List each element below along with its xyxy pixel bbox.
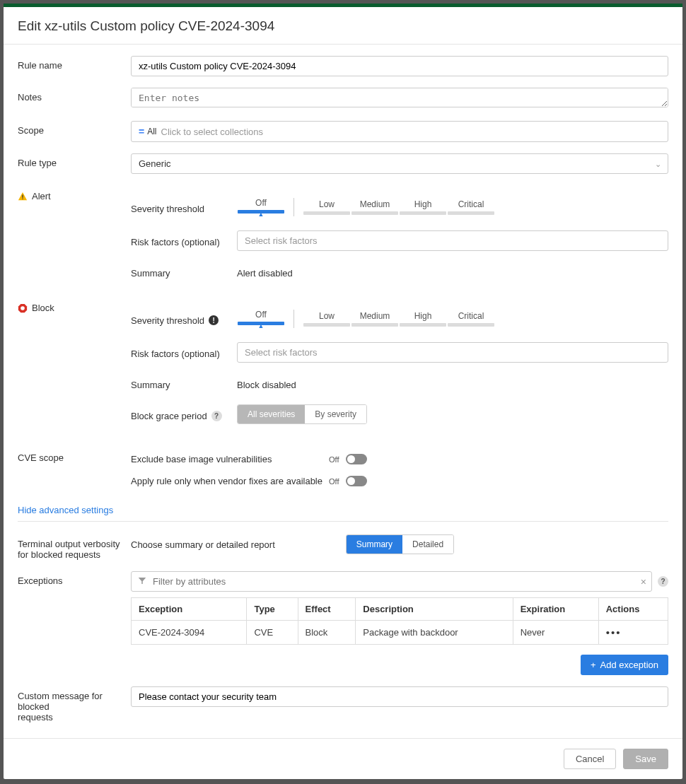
block-section-label: Block xyxy=(18,303,131,313)
col-description: Description xyxy=(356,598,513,621)
hide-advanced-link[interactable]: Hide advanced settings xyxy=(18,505,113,521)
custom-message-label: Custom message for blocked requests xyxy=(18,686,131,722)
scope-selector[interactable]: =All Click to select collections xyxy=(131,121,668,142)
svg-point-4 xyxy=(21,306,25,310)
scope-placeholder: Click to select collections xyxy=(161,127,264,137)
alert-summary-text: Alert disabled xyxy=(237,265,293,279)
grace-period-segmented[interactable]: All severities By severity xyxy=(237,404,367,424)
vendor-fixes-toggle[interactable] xyxy=(346,476,367,486)
plus-icon: + xyxy=(591,660,596,670)
custom-message-input[interactable] xyxy=(131,686,668,707)
vendor-fixes-label: Apply rule only when vendor fixes are av… xyxy=(131,476,329,486)
scope-all-text: All xyxy=(147,127,156,136)
exceptions-filter-input[interactable] xyxy=(131,571,652,592)
block-risk-label: Risk factors (optional) xyxy=(131,346,237,359)
detailed-button[interactable]: Detailed xyxy=(402,535,453,554)
help-icon[interactable]: ? xyxy=(658,576,668,587)
clear-filter-button[interactable]: × xyxy=(641,576,646,587)
col-expiration: Expiration xyxy=(513,598,598,621)
alert-severity-selector[interactable]: Off▲ Low Medium High Critical xyxy=(237,198,495,216)
block-icon xyxy=(18,303,28,313)
add-exception-button[interactable]: + Add exception xyxy=(581,655,668,675)
terminal-output-label: Terminal output verbosity for blocked re… xyxy=(18,534,131,560)
rule-type-label: Rule type xyxy=(18,153,131,168)
equals-icon: = xyxy=(139,126,144,137)
svg-rect-1 xyxy=(22,194,23,197)
cve-scope-label: CVE scope xyxy=(18,448,131,463)
notes-label: Notes xyxy=(18,88,131,103)
alert-severity-label: Severity threshold xyxy=(131,201,237,214)
table-row: CVE-2024-3094 CVE Block Package with bac… xyxy=(132,621,668,645)
rule-name-label: Rule name xyxy=(18,56,131,71)
exceptions-table: Exception Type Effect Description Expira… xyxy=(131,597,668,645)
terminal-output-segmented[interactable]: Summary Detailed xyxy=(346,534,454,554)
scope-label: Scope xyxy=(18,121,131,136)
alert-risk-input[interactable] xyxy=(237,230,668,251)
modal-footer: Cancel Save xyxy=(4,738,682,779)
block-risk-input[interactable] xyxy=(237,342,668,363)
info-icon[interactable]: ! xyxy=(209,315,219,325)
terminal-sub-label: Choose summary or detailed report xyxy=(131,539,275,550)
block-severity-selector[interactable]: Off▲ Low Medium High Critical xyxy=(237,310,495,328)
page-title: Edit xz-utils Custom policy CVE-2024-309… xyxy=(18,18,668,34)
alert-icon xyxy=(18,192,28,201)
save-button[interactable]: Save xyxy=(623,749,668,769)
grace-all-severities-button[interactable]: All severities xyxy=(238,405,305,423)
exceptions-label: Exceptions xyxy=(18,571,131,586)
modal-header: Edit xz-utils Custom policy CVE-2024-309… xyxy=(4,7,682,45)
alert-risk-label: Risk factors (optional) xyxy=(131,234,237,247)
block-severity-label: Severity threshold ! xyxy=(131,312,237,326)
block-grace-label: Block grace period ? xyxy=(131,408,237,421)
alert-summary-label: Summary xyxy=(131,265,237,279)
block-summary-label: Summary xyxy=(131,377,237,390)
summary-button[interactable]: Summary xyxy=(347,535,402,554)
row-actions-button[interactable]: ••• xyxy=(606,626,622,638)
exclude-base-toggle[interactable] xyxy=(346,454,367,464)
notes-textarea[interactable] xyxy=(131,88,668,107)
col-actions: Actions xyxy=(598,598,668,621)
block-summary-text: Block disabled xyxy=(237,377,296,390)
col-exception: Exception xyxy=(132,598,247,621)
cancel-button[interactable]: Cancel xyxy=(564,749,616,769)
help-icon[interactable]: ? xyxy=(211,411,222,421)
grace-by-severity-button[interactable]: By severity xyxy=(305,405,366,423)
exclude-base-label: Exclude base image vulnerabilities xyxy=(131,454,329,464)
alert-section-label: Alert xyxy=(18,191,131,201)
vendor-fixes-state: Off xyxy=(329,477,339,486)
col-effect: Effect xyxy=(298,598,356,621)
rule-name-input[interactable] xyxy=(131,56,668,76)
svg-rect-2 xyxy=(22,198,23,199)
filter-icon xyxy=(138,576,146,587)
exclude-base-state: Off xyxy=(329,455,339,464)
col-type: Type xyxy=(247,598,298,621)
rule-type-select[interactable]: Generic xyxy=(131,153,668,174)
